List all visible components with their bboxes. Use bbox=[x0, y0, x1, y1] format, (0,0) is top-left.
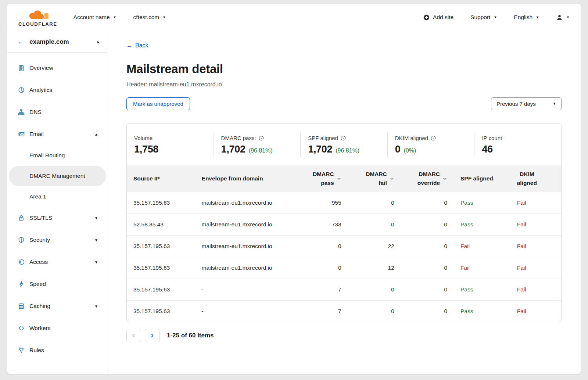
column-header-dmarc-pass[interactable]: DMARCpass bbox=[299, 165, 348, 192]
account-menu[interactable]: Account name ▼ bbox=[74, 14, 116, 21]
support-menu[interactable]: Support ▼ bbox=[470, 14, 497, 21]
sidebar-item-analytics[interactable]: Analytics bbox=[9, 79, 106, 101]
sidebar-item-dmarc-management[interactable]: DMARC Management bbox=[9, 166, 106, 186]
chevron-left-icon bbox=[131, 333, 137, 338]
cell-dmarc-fail: 0 bbox=[348, 192, 401, 214]
column-label: Source IP bbox=[133, 174, 160, 183]
back-arrow-icon[interactable]: ← bbox=[17, 38, 24, 45]
sidebar-item-label: DMARC Management bbox=[29, 173, 98, 179]
chevron-down-icon: ▼ bbox=[536, 16, 539, 19]
sort-chevron-icon[interactable] bbox=[390, 176, 394, 181]
sidebar-item-label: DNS bbox=[29, 109, 98, 115]
cell-source-ip: 52.58.35.43 bbox=[127, 214, 195, 235]
column-label: DKIMaligned bbox=[517, 170, 537, 187]
sidebar-item-area-1[interactable]: Area 1 bbox=[9, 186, 106, 207]
cell-dmarc-pass: 0 bbox=[299, 257, 348, 279]
next-page-button[interactable] bbox=[145, 329, 159, 342]
table-header-row: Source IPEnvelope from domainDMARCpassDM… bbox=[127, 165, 561, 192]
site-menu-label: cftest.com bbox=[133, 14, 159, 21]
pagination: 1-25 of 60 items bbox=[126, 329, 562, 352]
sidebar-item-label: Area 1 bbox=[29, 193, 98, 200]
sidebar-item-dns[interactable]: DNS bbox=[9, 101, 106, 123]
info-icon[interactable] bbox=[431, 136, 436, 141]
sidebar-item-label: Caching bbox=[29, 303, 94, 309]
cell-dkim-aligned: Fail bbox=[510, 279, 561, 300]
chevron-right-icon bbox=[149, 333, 155, 338]
add-site-button[interactable]: Add site bbox=[423, 14, 453, 21]
language-menu[interactable]: English ▼ bbox=[514, 14, 539, 21]
site-menu[interactable]: cftest.com ▼ bbox=[133, 14, 166, 21]
chevron-right-icon[interactable]: ▸ bbox=[97, 39, 100, 44]
email-icon bbox=[17, 130, 26, 138]
cell-envelope-from-domain: - bbox=[195, 279, 299, 300]
stat-value: 0 bbox=[395, 144, 401, 155]
actions-row: Mark as unapproved Previous 7 days ▼ bbox=[126, 97, 562, 110]
cell-dmarc-fail: 0 bbox=[348, 279, 401, 300]
cell-dkim-aligned: Fail bbox=[510, 300, 561, 322]
stat-value: 1,758 bbox=[134, 144, 158, 155]
sidebar-item-caching[interactable]: Caching▼ bbox=[9, 295, 106, 317]
cell-dmarc-pass: 955 bbox=[299, 192, 348, 214]
app-window: CLOUDFLARE Account name ▼ cftest.com ▼ A… bbox=[7, 4, 581, 374]
cell-dmarc-override: 0 bbox=[401, 279, 454, 300]
cell-dmarc-pass: 0 bbox=[299, 235, 348, 257]
date-range-value: Previous 7 days bbox=[496, 101, 536, 107]
chevron-down-icon: ▼ bbox=[113, 16, 116, 19]
table-row: 35.157.195.63mailstream-eu1.mxrecord.io0… bbox=[127, 257, 561, 279]
cloudflare-logo[interactable]: CLOUDFLARE bbox=[18, 8, 57, 27]
sidebar-item-access[interactable]: Access▼ bbox=[9, 251, 106, 273]
mailstream-card: Volume1,758DMARC pass:1,702(96.81%)SPF a… bbox=[126, 123, 562, 322]
cell-dmarc-override: 0 bbox=[401, 300, 454, 322]
mark-as-unapproved-button[interactable]: Mark as unapproved bbox=[126, 97, 190, 110]
stat-label: DKIM aligned bbox=[395, 135, 428, 141]
chevron-down-icon: ▼ bbox=[553, 102, 556, 105]
cell-dkim-aligned: Fail bbox=[510, 235, 561, 257]
plus-circle-icon bbox=[423, 14, 430, 21]
cell-envelope-from-domain: - bbox=[195, 300, 299, 322]
sidebar-item-workers[interactable]: Workers bbox=[9, 317, 106, 339]
date-range-select[interactable]: Previous 7 days ▼ bbox=[491, 97, 562, 110]
sidebar-item-label: Access bbox=[29, 259, 94, 265]
sort-chevron-icon[interactable] bbox=[337, 176, 341, 181]
back-link[interactable]: ← Back bbox=[126, 42, 148, 49]
stat-percentage: (96.81%) bbox=[249, 147, 273, 154]
column-label: DMARCoverride bbox=[417, 170, 440, 187]
support-label: Support bbox=[470, 14, 490, 21]
info-icon[interactable] bbox=[259, 136, 264, 141]
column-header-dmarc-fail[interactable]: DMARCfail bbox=[348, 165, 401, 192]
prev-page-button[interactable] bbox=[126, 329, 141, 342]
sort-chevron-icon[interactable] bbox=[442, 176, 447, 181]
cell-dmarc-pass: 733 bbox=[299, 214, 348, 235]
sidebar-item-speed[interactable]: Speed bbox=[9, 273, 106, 295]
cell-envelope-from-domain: mailstream-eu1.mxrecord.io bbox=[195, 192, 299, 214]
column-header-dkim-aligned: DKIMaligned bbox=[510, 165, 561, 192]
bolt-icon bbox=[17, 280, 26, 288]
stat-value: 1,702 bbox=[308, 144, 332, 155]
sidebar-item-label: Rules bbox=[29, 347, 98, 354]
network-icon bbox=[17, 108, 26, 116]
sidebar-item-overview[interactable]: Overview bbox=[9, 57, 106, 79]
top-bar-right: Add site Support ▼ English ▼ ▼ bbox=[406, 14, 570, 21]
user-menu[interactable]: ▼ bbox=[556, 14, 570, 21]
code-icon bbox=[17, 325, 26, 332]
left-arrow-icon: ← bbox=[126, 42, 132, 49]
funnel-icon bbox=[17, 347, 26, 354]
sidebar-item-ssl-tls[interactable]: SSL/TLS▼ bbox=[9, 207, 106, 229]
sidebar-item-email[interactable]: Email▲ bbox=[9, 123, 106, 145]
cell-spf-aligned: Fail bbox=[454, 235, 510, 257]
cell-spf-aligned: Pass bbox=[454, 214, 510, 235]
cell-dmarc-override: 0 bbox=[401, 257, 454, 279]
info-icon[interactable] bbox=[341, 136, 346, 141]
column-header-dmarc-override[interactable]: DMARCoverride bbox=[401, 165, 454, 192]
cell-dmarc-pass: 7 bbox=[299, 279, 348, 300]
clipboard-icon bbox=[17, 64, 26, 72]
cell-dmarc-fail: 12 bbox=[348, 257, 401, 279]
sidebar-item-rules[interactable]: Rules bbox=[9, 339, 106, 361]
layers-icon bbox=[17, 302, 26, 310]
sidebar-item-email-routing[interactable]: Email Routing bbox=[9, 145, 106, 166]
sidebar-item-label: SSL/TLS bbox=[29, 215, 94, 221]
language-label: English bbox=[514, 14, 533, 21]
sidebar-item-security[interactable]: Security▼ bbox=[9, 229, 106, 251]
sidebar-nav: OverviewAnalyticsDNSEmail▲Email RoutingD… bbox=[7, 53, 107, 366]
account-menu-label: Account name bbox=[74, 14, 110, 21]
